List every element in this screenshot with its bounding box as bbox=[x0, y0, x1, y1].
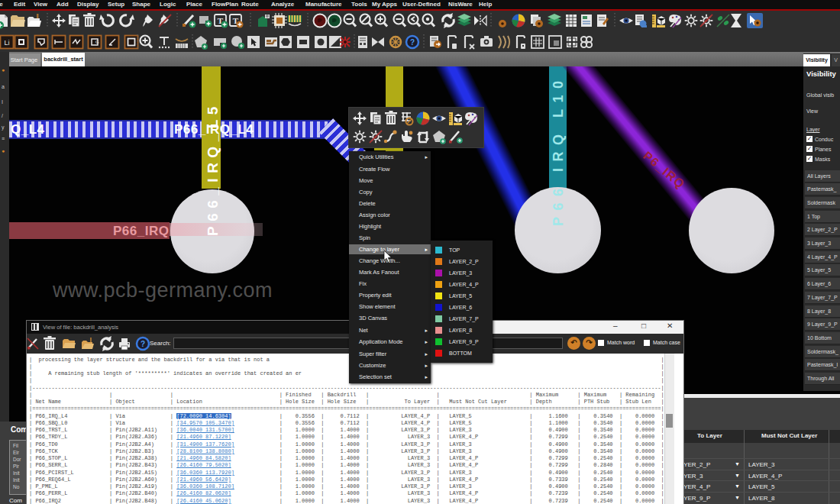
svg-text:?: ? bbox=[410, 38, 415, 47]
svg-text:Li: Li bbox=[4, 39, 9, 47]
svg-text:?: ? bbox=[141, 340, 145, 348]
svg-text:G: G bbox=[95, 40, 99, 44]
